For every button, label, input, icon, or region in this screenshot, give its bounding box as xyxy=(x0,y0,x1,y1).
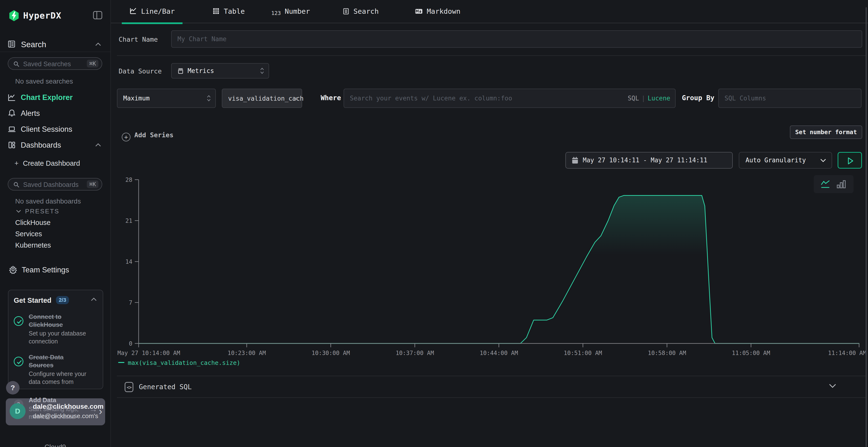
chevron-up-icon[interactable] xyxy=(95,143,101,147)
search-panel-icon xyxy=(7,40,16,48)
svg-text:10:37:00 AM: 10:37:00 AM xyxy=(396,350,434,356)
svg-text:10:23:00 AM: 10:23:00 AM xyxy=(227,350,266,356)
search-icon xyxy=(13,61,20,67)
chevron-up-icon[interactable] xyxy=(95,42,101,46)
svg-text:10:30:00 AM: 10:30:00 AM xyxy=(311,350,350,356)
database-icon xyxy=(177,67,184,75)
sidebar-item-label: Team Settings xyxy=(22,266,69,274)
tab-table[interactable]: Table xyxy=(212,0,245,23)
preset-item-kubernetes[interactable]: Kubernetes xyxy=(15,241,51,249)
user-team: dale@clickhouse.com's xyxy=(33,412,98,420)
bell-icon xyxy=(7,109,16,117)
logo-row: HyperDX xyxy=(0,10,111,22)
sidebar-item-dashboards[interactable]: Dashboards xyxy=(0,139,111,153)
shortcut-badge: ⌘K xyxy=(87,60,98,67)
preset-item-services[interactable]: Services xyxy=(15,230,42,238)
svg-text:28: 28 xyxy=(125,176,132,183)
team-name-clipped: Cloud9 xyxy=(0,443,111,447)
svg-text:11:14:00 AM: 11:14:00 AM xyxy=(828,350,866,356)
tab-number[interactable]: 123Number xyxy=(271,0,310,23)
sidebar-item-team-settings[interactable]: Team Settings xyxy=(0,264,111,277)
presets-header[interactable]: PRESETS xyxy=(16,208,59,215)
step-subtitle: Configure where your data comes from xyxy=(29,370,87,386)
sidebar-divider xyxy=(0,51,111,52)
get-started-title: Get Started xyxy=(14,297,51,304)
saved-dashboards-input[interactable]: Saved Dashboards ⌘K xyxy=(8,178,102,191)
svg-text:May 27 10:14:00 AM: May 27 10:14:00 AM xyxy=(117,350,180,356)
run-query-button[interactable] xyxy=(838,152,862,169)
get-started-step-sources[interactable]: Create Data Sources Configure where your… xyxy=(14,353,97,386)
plus-icon: + xyxy=(14,160,19,167)
shortcut-badge: ⌘K xyxy=(87,180,98,188)
sidebar-item-label: Client Sessions xyxy=(21,125,72,134)
aggregation-select[interactable]: Maximum xyxy=(117,89,216,108)
saved-searches-input[interactable]: Saved Searches ⌘K xyxy=(8,57,102,70)
generated-sql-row[interactable]: <> Generated SQL xyxy=(111,376,868,398)
check-circle-icon xyxy=(14,316,23,326)
sidebar-section-search[interactable]: Search xyxy=(0,38,111,51)
get-started-step-connect[interactable]: Connect to ClickHouse Set up your databa… xyxy=(14,313,97,345)
get-started-progress-badge: 2/3 xyxy=(56,296,69,304)
preset-item-clickhouse[interactable]: ClickHouse xyxy=(15,219,51,227)
generated-sql-label: Generated SQL xyxy=(139,383,192,391)
sidebar-item-alerts[interactable]: Alerts xyxy=(0,107,111,121)
main-content: Line/Bar Table 123Number xyxy=(111,0,868,447)
sql-toggle[interactable]: SQL xyxy=(628,95,639,102)
calendar-icon xyxy=(571,156,579,165)
chart-line-icon xyxy=(7,93,16,102)
where-search-input[interactable] xyxy=(344,89,676,108)
lucene-toggle[interactable]: Lucene xyxy=(648,95,670,102)
where-input-wrap: SQL|Lucene xyxy=(344,89,676,108)
chevron-down-icon[interactable] xyxy=(829,383,837,388)
granularity-select[interactable]: Auto Granularity xyxy=(739,152,832,169)
date-range-value: May 27 10:14:11 - May 27 11:14:11 xyxy=(583,157,707,164)
set-number-format-button[interactable]: Set number format xyxy=(790,126,862,139)
chevron-down-icon xyxy=(820,158,826,163)
chart-type-tabbar: Line/Bar Table 123Number xyxy=(111,0,868,23)
svg-text:0: 0 xyxy=(129,340,132,347)
user-email: dale@clickhouse.com xyxy=(33,403,103,410)
help-button[interactable]: ? xyxy=(6,381,20,394)
metric-field-tag[interactable]: visa_validation_cach ✕ xyxy=(222,89,302,108)
laptop-icon xyxy=(7,125,16,133)
tab-line-bar[interactable]: Line/Bar xyxy=(129,0,175,23)
sidebar: HyperDX Search Saved Searches ⌘K No save… xyxy=(0,0,111,447)
check-circle-icon xyxy=(14,357,23,366)
date-range-picker[interactable]: May 27 10:14:11 - May 27 11:14:11 xyxy=(565,152,733,169)
sidebar-item-label: Chart Explorer xyxy=(21,93,72,102)
no-saved-dashboards-note: No saved dashboards xyxy=(15,198,81,205)
vertical-scrollbar[interactable] xyxy=(866,7,867,447)
sidebar-collapse-icon[interactable] xyxy=(93,11,102,19)
chart-name-label: Chart Name xyxy=(119,36,158,43)
line-chart-icon xyxy=(129,7,137,15)
data-source-value: Metrics xyxy=(188,67,214,74)
step-subtitle: Set up your database connection xyxy=(29,330,87,345)
granularity-value: Auto Granularity xyxy=(745,157,806,164)
chevron-right-icon: › xyxy=(99,406,102,417)
svg-text:21: 21 xyxy=(125,217,132,224)
sidebar-search-label: Search xyxy=(21,40,46,49)
svg-text:14: 14 xyxy=(125,259,132,265)
markdown-icon xyxy=(415,8,423,15)
chevron-down-icon xyxy=(16,209,21,213)
avatar: D xyxy=(10,403,26,419)
add-series-button[interactable]: +Add Series xyxy=(122,131,174,142)
user-menu[interactable]: D dale@clickhouse.com dale@clickhouse.co… xyxy=(6,398,105,425)
close-icon[interactable]: ✕ xyxy=(294,95,297,102)
chevron-up-icon[interactable] xyxy=(91,298,97,301)
data-source-select[interactable]: Metrics xyxy=(171,63,269,78)
sidebar-item-client-sessions[interactable]: Client Sessions xyxy=(0,123,111,137)
tab-markdown[interactable]: Markdown xyxy=(415,0,461,23)
chart-legend[interactable]: max(visa_validation_cache.size) xyxy=(118,359,240,366)
chart-name-input[interactable] xyxy=(171,30,862,48)
legend-line-swatch xyxy=(118,362,124,363)
sidebar-item-chart-explorer[interactable]: Chart Explorer xyxy=(0,91,111,105)
timeseries-chart[interactable]: 07142128May 27 10:14:00 AM10:23:00 AM10:… xyxy=(117,173,867,359)
group-by-input[interactable] xyxy=(718,89,862,108)
gear-icon xyxy=(9,265,18,274)
step-title: Connect to ClickHouse xyxy=(29,313,89,329)
tab-search[interactable]: Search xyxy=(342,0,379,23)
section-divider xyxy=(117,398,866,398)
create-dashboard-button[interactable]: +Create Dashboard xyxy=(14,160,80,167)
get-started-panel: Get Started 2/3 Connect to ClickHouse Se… xyxy=(8,290,103,389)
